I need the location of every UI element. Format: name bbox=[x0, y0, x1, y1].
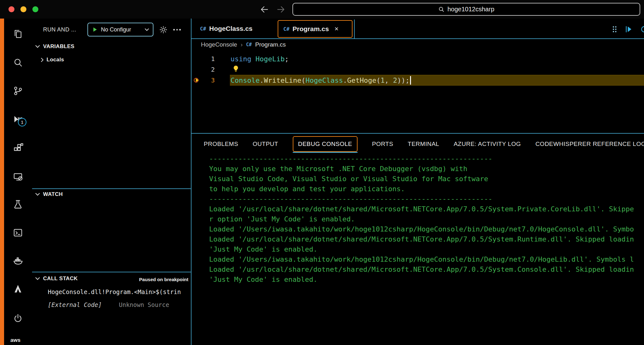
minimize-window-button[interactable] bbox=[20, 6, 26, 12]
tab-azure-activity-log[interactable]: AZURE: ACTIVITY LOG bbox=[454, 141, 521, 147]
code-punct: ( bbox=[301, 76, 305, 84]
code-punct: . bbox=[260, 76, 264, 84]
search-icon bbox=[438, 6, 445, 13]
sidebar-item-testing[interactable] bbox=[11, 197, 25, 211]
sidebar-item-run-and-debug[interactable]: 1 bbox=[11, 112, 25, 126]
sidebar-item-extensions[interactable] bbox=[11, 141, 25, 155]
files-icon bbox=[13, 29, 23, 39]
debug-count-badge: 1 bbox=[18, 118, 26, 126]
panel-border[interactable] bbox=[192, 133, 644, 134]
zoom-window-button[interactable] bbox=[32, 6, 38, 12]
breadcrumb-separator: › bbox=[241, 41, 242, 48]
tab-debug-console[interactable]: DEBUG CONSOLE bbox=[293, 136, 358, 152]
tab-label: HogeClass.cs bbox=[209, 25, 253, 32]
sidebar-item-azure[interactable] bbox=[11, 282, 25, 296]
restart-icon bbox=[640, 25, 644, 34]
tab-label: DEBUG CONSOLE bbox=[298, 141, 352, 147]
console-line: Loaded '/Users/iwasa.takahito/work/hoge1… bbox=[209, 254, 644, 264]
csharp-file-icon: C# bbox=[200, 26, 206, 32]
titlebar: hoge1012csharp bbox=[0, 0, 644, 19]
code-line-3[interactable]: Console.WriteLine(HogeClass.GetHoge(1, 2… bbox=[230, 75, 411, 86]
console-line: Loaded '/usr/local/share/dotnet/shared/M… bbox=[209, 204, 644, 214]
tab-separator bbox=[354, 19, 355, 38]
power-icon bbox=[13, 313, 23, 324]
sidebar-title: RUN AND ... bbox=[43, 26, 76, 33]
debug-console-output[interactable]: ----------------------------------------… bbox=[209, 154, 644, 285]
locals-tree-item[interactable]: Locals bbox=[41, 57, 64, 63]
close-window-button[interactable] bbox=[8, 6, 14, 12]
tab-hogeclass[interactable]: C# HogeClass.cs bbox=[192, 19, 275, 39]
code-line-1[interactable]: using HogeLib; bbox=[230, 53, 289, 64]
quick-fix-lightbulb-icon[interactable] bbox=[232, 65, 240, 74]
terminal-icon bbox=[13, 227, 23, 238]
console-line: 'Just My Code' is enabled. bbox=[209, 275, 644, 285]
line-number[interactable]: 1 bbox=[192, 53, 215, 64]
variables-section-header[interactable]: VARIABLES bbox=[35, 43, 75, 50]
code-punct: ( bbox=[376, 76, 380, 84]
run-or-debug-button[interactable] bbox=[624, 25, 633, 35]
breadcrumb: HogeConsole › C# Program.cs bbox=[201, 41, 286, 48]
background-window-edge bbox=[0, 19, 4, 345]
command-center-text: hoge1012csharp bbox=[447, 6, 494, 13]
external-code-label: [External Code] bbox=[48, 301, 102, 308]
breadcrumb-project[interactable]: HogeConsole bbox=[201, 41, 237, 48]
tab-program[interactable]: C# Program.cs × bbox=[278, 20, 353, 38]
tab-bar-border bbox=[192, 38, 644, 39]
history-forward-button[interactable] bbox=[276, 5, 286, 15]
code-keyword: using bbox=[230, 55, 251, 63]
sidebar-item-aws[interactable]: aws bbox=[10, 337, 20, 343]
console-line: 'Just My Code' is enabled. bbox=[209, 244, 644, 254]
configuration-label: No Configur bbox=[101, 26, 131, 33]
code-punct: , bbox=[385, 76, 393, 84]
call-stack-section-header[interactable]: CALL STACK bbox=[35, 275, 78, 282]
sidebar-item-terminal[interactable] bbox=[11, 226, 25, 240]
section-divider bbox=[32, 188, 191, 189]
start-debug-icon[interactable] bbox=[92, 26, 98, 33]
debug-configuration-dropdown[interactable]: No Configur bbox=[87, 23, 153, 36]
close-tab-icon[interactable]: × bbox=[335, 25, 339, 33]
history-back-button[interactable] bbox=[260, 5, 269, 15]
watch-section-header[interactable]: WATCH bbox=[35, 191, 63, 198]
command-center[interactable]: hoge1012csharp bbox=[292, 3, 640, 16]
tab-output[interactable]: OUTPUT bbox=[253, 141, 278, 147]
tab-terminal[interactable]: TERMINAL bbox=[408, 141, 439, 147]
views-more-actions-button[interactable] bbox=[173, 29, 181, 31]
sidebar-item-power[interactable] bbox=[11, 311, 25, 325]
line-number[interactable]: 2 bbox=[192, 64, 215, 75]
tab-codewhisperer-reference-log[interactable]: CODEWHISPERER REFERENCE LOG bbox=[536, 141, 644, 147]
code-punct: )); bbox=[397, 76, 410, 84]
current-line-breakpoint-icon[interactable] bbox=[193, 76, 201, 86]
chevron-down-icon bbox=[35, 193, 40, 196]
sidebar-item-search[interactable] bbox=[11, 56, 25, 70]
code-type: HogeClass bbox=[305, 76, 343, 84]
unknown-source-label: Unknown Source bbox=[119, 301, 169, 308]
csharp-file-icon: C# bbox=[283, 26, 289, 32]
breadcrumb-file[interactable]: Program.cs bbox=[255, 41, 286, 48]
console-line: Loaded '/Users/iwasa.takahito/work/hoge1… bbox=[209, 224, 644, 234]
sidebar-item-docker[interactable] bbox=[11, 254, 25, 268]
chevron-down-icon bbox=[35, 45, 40, 48]
variables-section-label: VARIABLES bbox=[43, 43, 75, 50]
call-stack-frame[interactable]: HogeConsole.dll!Program.<Main>$(strin bbox=[48, 288, 190, 295]
source-control-branch-icon bbox=[13, 86, 23, 96]
code-method: WriteLine bbox=[264, 76, 301, 84]
call-stack-frame[interactable]: [External Code] Unknown Source bbox=[48, 301, 190, 308]
customize-layout-button[interactable] bbox=[611, 25, 620, 35]
tab-problems[interactable]: PROBLEMS bbox=[204, 141, 238, 147]
sidebar-item-explorer[interactable] bbox=[11, 27, 25, 41]
tab-ports[interactable]: PORTS bbox=[372, 141, 393, 147]
console-line: ----------------------------------------… bbox=[209, 194, 644, 204]
code-number: 2 bbox=[393, 76, 397, 84]
code-number: 1 bbox=[380, 76, 385, 84]
debug-settings-button[interactable] bbox=[159, 25, 168, 35]
gear-icon bbox=[159, 25, 168, 34]
code-punct: ; bbox=[285, 55, 289, 63]
console-line: Visual Studio Code, Visual Studio or Vis… bbox=[209, 174, 644, 184]
sidebar-item-remote-explorer[interactable] bbox=[11, 170, 25, 184]
console-line: Loaded '/usr/local/share/dotnet/shared/M… bbox=[209, 264, 644, 275]
chevron-down-icon bbox=[145, 28, 149, 31]
search-icon bbox=[13, 57, 23, 68]
more-editor-actions-button[interactable] bbox=[640, 25, 644, 35]
vscode-window: hoge1012csharp 1 aws RUN AND ... No bbox=[0, 0, 644, 345]
sidebar-item-source-control[interactable] bbox=[11, 84, 25, 98]
